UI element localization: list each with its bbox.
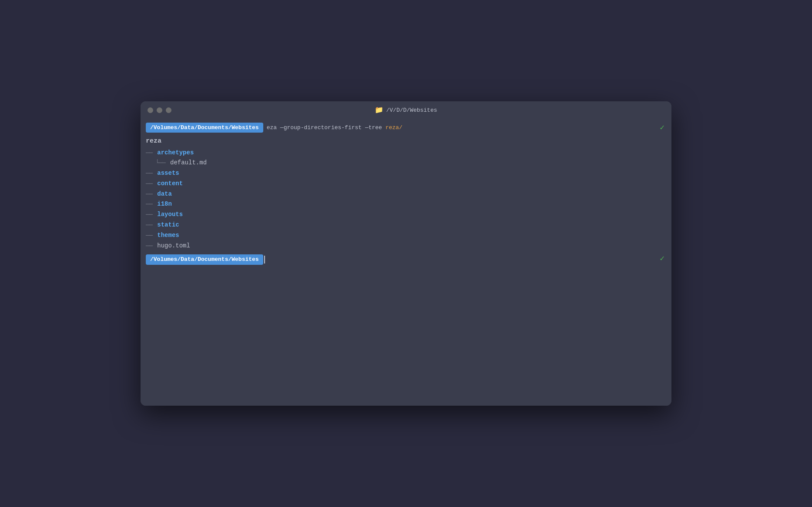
list-item: ── data [146,189,666,200]
checkmark-2: ✓ [660,253,666,265]
list-item: ── content [146,179,666,189]
item-name: archetypes [157,148,194,158]
item-name: layouts [157,210,183,220]
path-prefix: /Volumes/Data/Documents/ [150,124,232,131]
terminal-window: 📁 /V/D/D/Websites /Volumes/Data/Document… [141,101,671,406]
cursor [264,256,265,264]
traffic-lights [148,107,171,113]
second-prompt-line: /Volumes/Data/Documents/Websites [146,254,660,265]
list-item: ── hugo.toml [146,241,666,251]
item-name: i18n [157,199,172,210]
cmd-normal-part: eza —group-directories-first —tree [267,124,386,131]
tree-root: reza [146,136,666,147]
path-bold: Websites [232,124,258,131]
tree-output: reza ── archetypes └── default.md ── ass… [146,134,666,253]
cmd-highlight-part: reza/ [386,124,403,131]
path-bold-2: Websites [232,256,258,263]
folder-icon: 📁 [375,106,383,114]
list-item: ── static [146,220,666,230]
window-title-text: /V/D/D/Websites [386,107,437,113]
list-item: ── themes [146,230,666,241]
connector: ── [146,179,155,189]
connector: ── [146,199,155,210]
path-prefix-2: /Volumes/Data/Documents/ [150,256,232,263]
item-name: default.md [170,158,207,168]
first-prompt-line: /Volumes/Data/Documents/Websites eza —gr… [146,123,660,133]
item-name: themes [157,230,179,241]
close-button[interactable] [148,107,153,113]
checkmark-1: ✓ [660,122,666,134]
connector: ── [146,168,155,179]
connector: ── [146,148,155,158]
first-prompt-path: /Volumes/Data/Documents/Websites [146,123,263,133]
connector: ── [146,230,155,241]
second-prompt-path: /Volumes/Data/Documents/Websites [146,254,263,265]
connector: ── [146,189,155,200]
list-item: ── i18n [146,199,666,210]
list-item: └── default.md [146,158,666,168]
item-name: static [157,220,179,230]
first-prompt-command: eza —group-directories-first —tree reza/ [267,123,403,132]
connector: ── [146,241,155,251]
connector: ── [146,210,155,220]
item-name: hugo.toml [157,241,190,251]
item-name: assets [157,168,179,179]
list-item: ── archetypes [146,148,666,158]
desktop: 📁 /V/D/D/Websites /Volumes/Data/Document… [0,0,812,507]
connector: └── [146,158,168,168]
list-item: ── layouts [146,210,666,220]
maximize-button[interactable] [166,107,171,113]
window-title: 📁 /V/D/D/Websites [375,106,437,114]
second-prompt-row: /Volumes/Data/Documents/Websites ✓ [146,253,666,265]
minimize-button[interactable] [157,107,162,113]
list-item: ── assets [146,168,666,179]
connector: ── [146,220,155,230]
terminal-content[interactable]: /Volumes/Data/Documents/Websites eza —gr… [141,119,671,406]
item-name: data [157,189,172,200]
first-prompt-row: /Volumes/Data/Documents/Websites eza —gr… [146,122,666,134]
title-bar: 📁 /V/D/D/Websites [141,101,671,119]
item-name: content [157,179,183,189]
